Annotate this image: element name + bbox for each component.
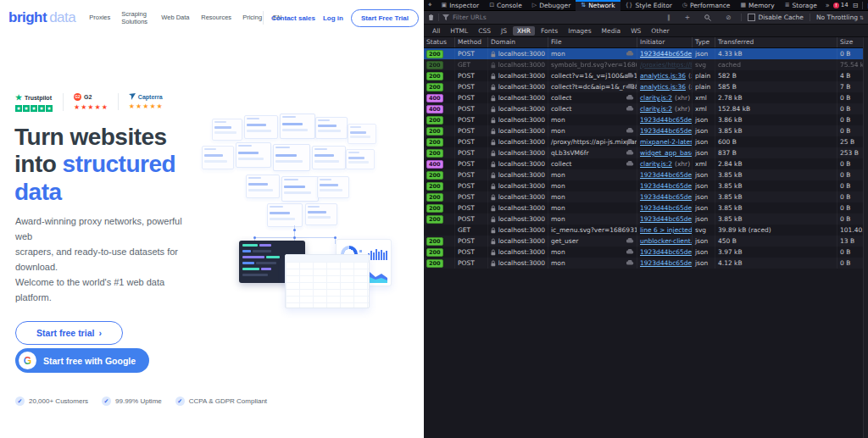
initiator-link[interactable]: clarity.js:2 <box>640 105 672 113</box>
table-row[interactable]: 200POSTlocalhost:3000mon1923d44bc65deb…j… <box>424 258 868 269</box>
table-row[interactable]: 200POSTlocalhost:3000get_userunblocker-c… <box>424 236 868 247</box>
table-row[interactable]: 200POSTlocalhost:3000mon1923d44bc65deb…j… <box>424 169 868 180</box>
column-header-domain[interactable]: Domain <box>488 37 548 47</box>
table-row[interactable]: 200POSTlocalhost:3000mon1923d44bc65deb…j… <box>424 180 868 191</box>
table-row[interactable]: 200POSTlocalhost:3000mon1923d44bc65deb…j… <box>424 48 868 59</box>
column-header-method[interactable]: Method <box>455 37 488 47</box>
filter-js[interactable]: JS <box>497 26 511 36</box>
column-header-transferred[interactable]: Transferred <box>715 37 837 47</box>
initiator-link[interactable]: 1923d44bc65deb… <box>640 248 693 256</box>
initiator-link[interactable]: 1923d44bc65deb… <box>640 50 693 58</box>
initiator-link[interactable]: line 6 > injectedSc… <box>640 226 693 234</box>
cell-initiator: unblocker-client.js… <box>637 236 693 247</box>
initiator-link[interactable]: 1923d44bc65deb… <box>640 193 693 201</box>
brightdata-logo[interactable]: brightdata <box>8 9 75 26</box>
initiator-link[interactable]: 1923d44bc65deb… <box>640 215 693 223</box>
upload-cloud-icon <box>626 84 634 89</box>
google-signup-button[interactable]: G Start free with Google <box>15 348 149 373</box>
table-row[interactable]: 400POSTlocalhost:3000collectclarity.js:2… <box>424 103 868 114</box>
tab-debugger[interactable]: ▷Debugger <box>527 0 576 11</box>
filter-other[interactable]: Other <box>647 26 673 36</box>
nav-item-pricing[interactable]: Pricing <box>242 14 262 21</box>
table-row[interactable]: 400POSTlocalhost:3000collectclarity.js:2… <box>424 92 868 103</box>
tabs-overflow-icon[interactable]: » <box>822 2 833 9</box>
column-header-type[interactable]: Type <box>693 37 715 47</box>
tab-performance[interactable]: ◷Performance <box>677 0 736 11</box>
start-free-trial-button[interactable]: Start Free Trial <box>351 9 419 27</box>
tab-memory[interactable]: ▦Memory <box>735 0 779 11</box>
nav-item-resources[interactable]: Resources <box>201 14 231 21</box>
column-header-status[interactable]: Status <box>424 37 455 47</box>
rating-trustpilot[interactable]: ★Trustpilot★★★★★ <box>15 93 63 112</box>
search-icon[interactable] <box>700 14 715 21</box>
cell-size: 25 B <box>837 136 863 147</box>
initiator-link[interactable]: analytics.js:36 <box>640 72 686 80</box>
initiator-link[interactable]: 1923d44bc65deb… <box>640 116 693 124</box>
nav-item-scraping-solutions[interactable]: Scraping Solutions <box>121 10 150 26</box>
column-header-file[interactable]: File <box>548 37 637 47</box>
tab-storage[interactable]: ≣Storage <box>780 0 822 11</box>
table-row[interactable]: 200POSTlocalhost:3000mon1923d44bc65deb…j… <box>424 191 868 202</box>
filter-all[interactable]: All <box>428 26 444 36</box>
filter-ws[interactable]: WS <box>626 26 645 36</box>
tab-style-editor[interactable]: {}Style Editor <box>620 0 677 11</box>
initiator-link[interactable]: 1923d44bc65deb… <box>640 259 693 267</box>
filter-images[interactable]: Images <box>564 26 595 36</box>
initiator-link[interactable]: unblocker-client.js… <box>640 237 693 245</box>
split-console-icon[interactable]: ⊟ <box>853 2 859 9</box>
filter-xhr[interactable]: XHR <box>513 26 535 36</box>
pause-icon[interactable]: ∥ <box>663 14 675 21</box>
initiator-link[interactable]: 1923d44bc65deb… <box>640 182 693 190</box>
column-header-size[interactable]: Size <box>837 37 863 47</box>
tab-inspector[interactable]: ▣Inspector <box>437 0 485 11</box>
har-import-icon[interactable]: + <box>681 14 694 21</box>
nav-item-web-data[interactable]: Web Data <box>161 14 190 21</box>
table-row[interactable]: 200POSTlocalhost:3000collect?v=1&_v=j100… <box>424 70 868 81</box>
tab-console[interactable]: ⊡Console <box>484 0 527 11</box>
filter-css[interactable]: CSS <box>474 26 495 36</box>
initiator-link[interactable]: 1923d44bc65deb… <box>640 204 693 212</box>
throttling-select[interactable]: No Throttling⇅ <box>816 14 864 21</box>
card-bar <box>320 179 331 180</box>
clear-requests-icon[interactable] <box>424 14 438 21</box>
disable-cache-checkbox[interactable]: Disable Cache <box>748 14 804 21</box>
filter-media[interactable]: Media <box>598 26 626 36</box>
initiator-link[interactable]: analytics.js:36 <box>640 83 686 91</box>
cell-initiator: 1923d44bc65deb… <box>637 169 693 180</box>
error-count-badge[interactable]: !14 <box>833 2 849 8</box>
filter-fonts[interactable]: Fonts <box>537 26 562 36</box>
star-icon: ★ <box>74 104 80 111</box>
table-row[interactable]: GETlocalhost:3000ic_menu.svg?ver=1686931… <box>424 225 868 236</box>
nav-item-proxies[interactable]: Proxies <box>89 14 110 21</box>
start-free-trial-cta[interactable]: Start free trial › <box>15 321 123 345</box>
block-requests-icon[interactable]: ⊘ <box>721 14 735 21</box>
login-link[interactable]: Log in <box>323 14 343 22</box>
tab-network[interactable]: ⇅Network <box>576 0 620 11</box>
initiator-link[interactable]: 1923d44bc65deb… <box>640 127 693 135</box>
filter-urls-input[interactable]: Filter URLs <box>439 14 663 21</box>
table-row[interactable]: 400POSTlocalhost:3000collectclarity.js:2… <box>424 158 868 169</box>
initiator-link[interactable]: mixpanel-2-latest… <box>640 138 693 146</box>
rating-g2[interactable]: G2G2★★★★★ <box>63 93 118 111</box>
table-row[interactable]: 200POSTlocalhost:3000collect?t=dc&aip=1&… <box>424 81 868 92</box>
table-row[interactable]: 200POSTlocalhost:3000mon1923d44bc65deb…j… <box>424 114 868 125</box>
rating-capterra[interactable]: Capterra★★★★★ <box>118 93 173 110</box>
initiator-link[interactable]: widget_app_base… <box>640 149 693 157</box>
table-row[interactable]: 200POSTlocalhost:3000qLb3sVM6frwidget_ap… <box>424 147 868 158</box>
initiator-link[interactable]: clarity.js:2 <box>640 94 672 102</box>
cell-initiator: clarity.js:2(xhr) <box>637 92 693 103</box>
initiator-link[interactable]: clarity.js:2 <box>640 160 672 168</box>
table-row[interactable]: 200GETlocalhost:3000symbols_brd.svg?ver=… <box>424 59 868 70</box>
filter-html[interactable]: HTML <box>446 26 472 36</box>
card-bar <box>270 218 295 220</box>
pick-element-icon[interactable]: ⌖ <box>424 1 437 9</box>
contact-sales-link[interactable]: Contact sales <box>271 14 315 22</box>
table-row[interactable]: 200POSTlocalhost:3000mon1923d44bc65deb…j… <box>424 125 868 136</box>
table-row[interactable]: 200POSTlocalhost:3000mon1923d44bc65deb…j… <box>424 247 868 258</box>
initiator-link[interactable]: 1923d44bc65deb… <box>640 171 693 179</box>
table-row[interactable]: 200POSTlocalhost:3000/proxy/https://api-… <box>424 136 868 147</box>
table-row[interactable]: 200POSTlocalhost:3000mon1923d44bc65deb…j… <box>424 202 868 213</box>
initiator-link[interactable]: /proxies/https://bri… <box>640 61 693 69</box>
table-row[interactable]: 200POSTlocalhost:3000mon1923d44bc65deb…j… <box>424 213 868 225</box>
column-header-initiator[interactable]: Initiator <box>637 37 693 47</box>
